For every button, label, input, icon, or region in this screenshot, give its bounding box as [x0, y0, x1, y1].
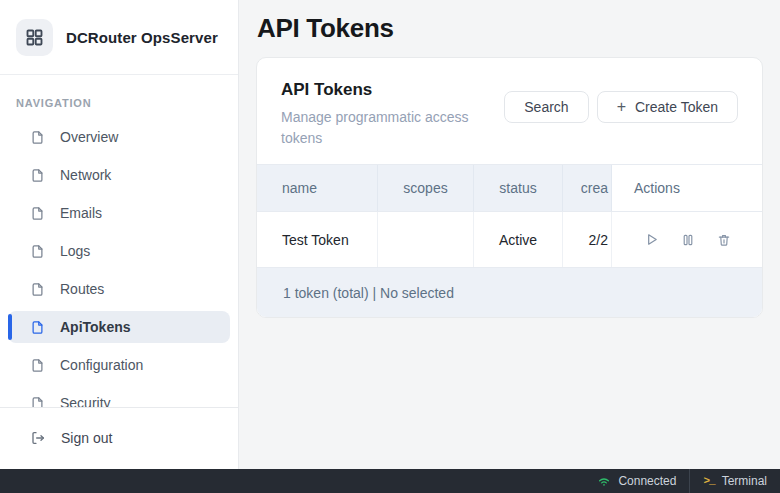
sidebar-item-label: Emails [60, 205, 102, 221]
card-header-actions: Search + Create Token [504, 91, 738, 149]
create-token-button[interactable]: + Create Token [597, 91, 738, 123]
trash-icon[interactable] [717, 233, 731, 247]
create-token-label: Create Token [635, 99, 718, 115]
sidebar-item-label: Overview [60, 129, 118, 145]
file-icon [30, 358, 45, 373]
connection-status[interactable]: Connected [584, 469, 689, 493]
file-icon [30, 206, 45, 221]
logout-icon [30, 430, 46, 446]
play-icon[interactable] [644, 232, 659, 247]
terminal-button[interactable]: >_ Terminal [690, 469, 780, 493]
file-icon [30, 244, 45, 259]
table-header-row: name scopes status crea Actions [257, 164, 762, 211]
sidebar-item-logs[interactable]: Logs [8, 235, 230, 267]
cell-created-clipped: 2/2 [563, 212, 611, 267]
nav-list: Overview Network Emails Logs Routes [0, 115, 238, 419]
page-title: API Tokens [257, 13, 763, 44]
sidebar-item-network[interactable]: Network [8, 159, 230, 191]
plus-icon: + [617, 99, 626, 115]
file-icon [30, 320, 45, 335]
sign-out-button[interactable]: Sign out [8, 422, 230, 454]
search-button-label: Search [524, 99, 568, 115]
sidebar-item-label: Network [60, 167, 111, 183]
file-icon [30, 130, 45, 145]
active-indicator [8, 314, 12, 340]
sidebar-item-configuration[interactable]: Configuration [8, 349, 230, 381]
status-bar: Connected >_ Terminal [0, 469, 780, 493]
card-header: API Tokens Manage programmatic access to… [257, 58, 762, 164]
column-header-created-clipped[interactable]: crea [563, 165, 611, 211]
cell-actions [611, 212, 762, 267]
sidebar-item-label: ApiTokens [60, 319, 131, 335]
sidebar-item-label: Logs [60, 243, 90, 259]
column-header-name[interactable]: name [257, 165, 378, 211]
card-title: API Tokens [281, 80, 486, 100]
cell-name: Test Token [257, 212, 378, 267]
sidebar-item-routes[interactable]: Routes [8, 273, 230, 305]
sidebar-item-overview[interactable]: Overview [8, 121, 230, 153]
file-icon [30, 168, 45, 183]
wifi-icon [597, 474, 611, 488]
main-content: API Tokens API Tokens Manage programmati… [239, 0, 780, 469]
sign-out-label: Sign out [61, 430, 112, 446]
grid-icon [24, 27, 45, 48]
card-header-text: API Tokens Manage programmatic access to… [281, 80, 486, 149]
brand: DCRouter OpsServer [0, 0, 238, 75]
brand-name: DCRouter OpsServer [66, 29, 218, 46]
sidebar-footer: Sign out [0, 407, 238, 469]
app-window: DCRouter OpsServer NAVIGATION Overview N… [0, 0, 780, 469]
card-subtitle: Manage programmatic access tokens [281, 107, 486, 149]
sidebar-item-emails[interactable]: Emails [8, 197, 230, 229]
search-button[interactable]: Search [504, 91, 588, 123]
table-row[interactable]: Test Token Active 2/2 [257, 211, 762, 267]
column-header-status[interactable]: status [474, 165, 563, 211]
terminal-prompt-icon: >_ [703, 475, 714, 487]
cell-status: Active [474, 212, 563, 267]
tokens-table: name scopes status crea Actions Test Tok… [257, 164, 762, 317]
file-icon [30, 282, 45, 297]
terminal-label: Terminal [722, 474, 767, 488]
pause-icon[interactable] [681, 233, 695, 247]
app-logo [16, 19, 53, 56]
sidebar: DCRouter OpsServer NAVIGATION Overview N… [0, 0, 239, 469]
table-footer-summary: 1 token (total) | No selected [257, 267, 762, 317]
nav-section-label: NAVIGATION [16, 97, 222, 109]
sidebar-item-apitokens[interactable]: ApiTokens [8, 311, 230, 343]
connection-status-label: Connected [618, 474, 676, 488]
sidebar-item-label: Configuration [60, 357, 143, 373]
sidebar-item-label: Routes [60, 281, 104, 297]
cell-scopes [378, 212, 474, 267]
api-tokens-card: API Tokens Manage programmatic access to… [256, 57, 763, 318]
column-header-scopes[interactable]: scopes [378, 165, 474, 211]
column-header-actions: Actions [611, 165, 762, 211]
